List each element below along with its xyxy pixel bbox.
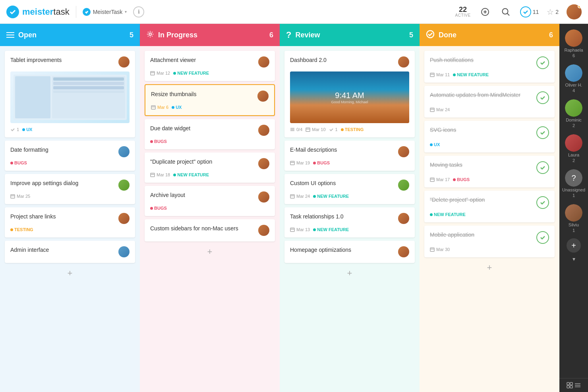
card-avatar bbox=[118, 146, 130, 157]
svg-rect-25 bbox=[306, 128, 310, 131]
card-svg-icons[interactable]: SVG icons UX bbox=[424, 121, 555, 153]
svg-rect-42 bbox=[430, 73, 434, 77]
card-automatic-updates[interactable]: Automatic updates from MindMeister Mar 2… bbox=[424, 86, 555, 118]
sidebar-user-dominic[interactable]: Dominic 2 bbox=[559, 97, 588, 130]
search-button[interactable] bbox=[499, 6, 512, 18]
add-done-card-button[interactable]: + bbox=[424, 261, 555, 275]
card-mobile-application[interactable]: Mobile application Mar 30 bbox=[424, 226, 555, 257]
svg-rect-60 bbox=[567, 386, 569, 388]
card-push-notifications[interactable]: Push notifications Mar 11 NEW FEATURE bbox=[424, 51, 555, 83]
card-meta: Mar 30 bbox=[430, 247, 549, 252]
card-title: "Delete project" option bbox=[430, 196, 533, 204]
sidebar-user-oliver[interactable]: Oliver H. 4 bbox=[559, 62, 588, 95]
card-app-settings[interactable]: Improve app settings dialog Mar 25 bbox=[5, 174, 135, 204]
done-check-icon[interactable] bbox=[426, 30, 435, 40]
card-header: Resize thumbnails bbox=[151, 91, 269, 102]
card-meta: Mar 11 NEW FEATURE bbox=[430, 72, 549, 77]
card-avatar bbox=[118, 213, 130, 224]
card-admin-interface[interactable]: Admin interface bbox=[5, 241, 135, 263]
card-avatar bbox=[118, 180, 130, 191]
sidebar-user-name-unassigned: Unassigned bbox=[562, 187, 585, 192]
svg-rect-58 bbox=[567, 382, 569, 385]
card-title: Attachment viewer bbox=[150, 56, 255, 64]
card-dashboard[interactable]: Dashboard 2.0 9:41 AM Good Morning, Mich… bbox=[284, 51, 415, 137]
sidebar-user-unassigned[interactable]: ? Unassigned 1 bbox=[559, 167, 588, 200]
card-tag-newfeature: NEW FEATURE bbox=[313, 194, 349, 199]
card-date: Mar 12 bbox=[150, 71, 170, 75]
inprogress-gear-icon[interactable] bbox=[146, 30, 154, 40]
card-avatar bbox=[118, 246, 130, 257]
review-question-icon[interactable]: ? bbox=[286, 30, 291, 40]
sidebar-chevron-down[interactable]: ▾ bbox=[573, 256, 575, 262]
sidebar-user-tasks-oliver: 4 bbox=[573, 88, 575, 93]
card-custom-ui[interactable]: Custom UI options Mar 24 NEW FEATURE bbox=[284, 174, 415, 204]
card-tag-newfeature: NEW FEATURE bbox=[173, 71, 209, 75]
card-tag-bugs: BUGS bbox=[150, 206, 167, 210]
add-review-card-button[interactable]: + bbox=[284, 266, 415, 280]
card-email-descriptions[interactable]: E-Mail descriptions Mar 19 BUGS bbox=[284, 141, 415, 171]
card-project-share[interactable]: Project share links TESTING bbox=[5, 207, 135, 238]
card-avatar bbox=[398, 246, 409, 257]
card-date: Mar 11 bbox=[430, 72, 450, 77]
card-dashboard-preview: 9:41 AM Good Morning, Michael bbox=[290, 71, 409, 123]
sidebar-user-silviu[interactable]: Silviu 1 bbox=[559, 202, 588, 235]
card-header: E-Mail descriptions bbox=[290, 146, 409, 157]
open-menu-icon[interactable] bbox=[6, 32, 14, 38]
nav-right-area: 22 ACTIVE 11 ☆ 2 bbox=[455, 4, 582, 19]
card-avatar bbox=[258, 125, 269, 136]
card-moving-tasks[interactable]: Moving tasks Mar 17 BUGS bbox=[424, 156, 555, 187]
card-tag-newfeature: NEW FEATURE bbox=[173, 172, 209, 177]
card-header: Automatic updates from MindMeister bbox=[430, 91, 549, 104]
card-resize-thumbnails[interactable]: Resize thumbnails Mar 6 UX bbox=[145, 84, 275, 116]
project-check-icon bbox=[83, 8, 91, 16]
sidebar-user-raphaela[interactable]: Raphaela 6 bbox=[559, 27, 588, 60]
card-attachment-viewer[interactable]: Attachment viewer Mar 12 NEW FEATURE bbox=[145, 51, 275, 81]
card-meta: Mar 25 bbox=[10, 194, 130, 199]
starred-button[interactable]: ☆ 2 bbox=[547, 7, 559, 17]
card-due-date-widget[interactable]: Due date widget BUGS bbox=[145, 119, 275, 149]
card-custom-sidebars[interactable]: Custom sidebars for non-Mac users bbox=[145, 219, 275, 241]
card-header: Attachment viewer bbox=[150, 56, 269, 68]
card-tag-bugs: BUGS bbox=[150, 139, 167, 144]
add-button[interactable] bbox=[479, 6, 491, 18]
active-count[interactable]: 22 ACTIVE bbox=[455, 6, 471, 17]
sidebar-bottom-icons[interactable] bbox=[566, 382, 581, 389]
add-user-button[interactable]: + bbox=[567, 238, 581, 253]
card-tag-testing: TESTING bbox=[10, 227, 33, 232]
card-meta: 0/4 Mar 10 1 TESTING bbox=[290, 127, 409, 132]
logo-icon[interactable] bbox=[6, 6, 19, 18]
card-header: Tablet improvements bbox=[10, 56, 130, 68]
card-archive-layout[interactable]: Archive layout BUGS bbox=[145, 186, 275, 216]
sidebar-user-laura[interactable]: Laura 2 bbox=[559, 132, 588, 165]
card-delete-project[interactable]: "Delete project" option NEW FEATURE bbox=[424, 191, 555, 222]
card-date: Mar 18 bbox=[150, 172, 170, 177]
sidebar-user-tasks-unassigned: 1 bbox=[573, 193, 575, 198]
card-avatar bbox=[258, 225, 269, 236]
card-meta: 1 UX bbox=[10, 127, 130, 132]
card-meta: Mar 13 NEW FEATURE bbox=[290, 227, 409, 232]
card-avatar bbox=[258, 158, 269, 169]
card-attachment: 1 bbox=[10, 127, 19, 132]
svg-rect-59 bbox=[570, 382, 573, 385]
sidebar-user-name-silviu: Silviu bbox=[569, 222, 579, 227]
user-avatar[interactable] bbox=[567, 4, 582, 19]
column-review: ? Review 5 Dashboard 2.0 bbox=[280, 24, 420, 392]
project-selector[interactable]: MeisterTask ▾ bbox=[83, 8, 127, 16]
done-check-circle bbox=[536, 196, 549, 209]
notification-dot bbox=[578, 4, 582, 8]
tasks-badge[interactable]: 11 bbox=[520, 6, 539, 17]
logo-area: meistertask bbox=[6, 6, 70, 18]
card-date-formatting[interactable]: Date formatting BUGS bbox=[5, 141, 135, 171]
svg-rect-37 bbox=[290, 228, 294, 232]
card-duplicate-project[interactable]: "Duplicate project" option Mar 18 NEW FE… bbox=[145, 153, 275, 183]
card-tablet-improvements[interactable]: Tablet improvements bbox=[5, 51, 135, 137]
add-open-card-button[interactable]: + bbox=[5, 266, 135, 280]
sidebar-user-count-raphaela: Raphaela bbox=[564, 48, 583, 52]
svg-point-41 bbox=[427, 31, 434, 38]
card-homepage-optimizations[interactable]: Homepage optimizations bbox=[284, 241, 415, 263]
svg-rect-5 bbox=[11, 195, 15, 198]
card-task-relationships[interactable]: Task relationships 1.0 Mar 13 NEW FEATUR… bbox=[284, 207, 415, 238]
info-button[interactable]: ℹ bbox=[133, 6, 144, 17]
add-inprogress-card-button[interactable]: + bbox=[145, 245, 275, 259]
svg-rect-14 bbox=[151, 106, 155, 109]
